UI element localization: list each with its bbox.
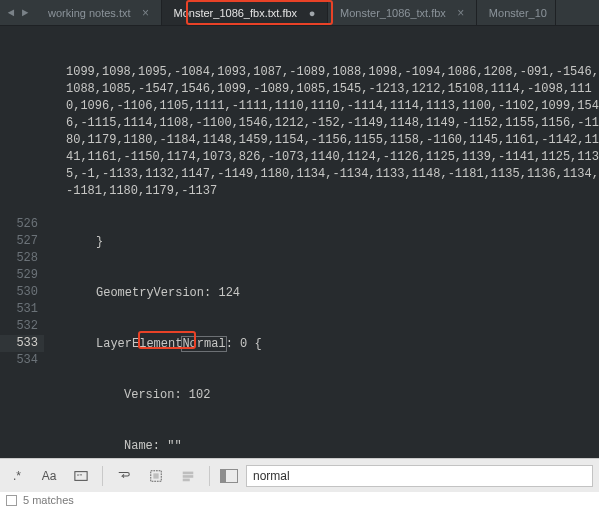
code-line-530: Name: "" (52, 438, 599, 455)
search-input-wrap (220, 465, 593, 487)
line-number-current: 533 (0, 335, 44, 352)
tab-bar: ◄ ► working notes.txt × Monster_1086_fbx… (0, 0, 599, 26)
search-match: Normal (181, 336, 226, 352)
editor: 526 527 528 529 530 531 532 533 534 1099… (0, 26, 599, 458)
code-line-526: } (52, 234, 599, 251)
tab-label: working notes.txt (48, 7, 131, 19)
tab-label: Monster_1086_fbx.txt.fbx (174, 7, 298, 19)
tab-monster-10[interactable]: Monster_10 (477, 0, 556, 25)
status-bar: 5 matches (0, 492, 599, 508)
close-icon[interactable]: × (139, 6, 153, 20)
nav-arrows: ◄ ► (0, 6, 36, 20)
gutter: 526 527 528 529 530 531 532 533 534 (0, 26, 44, 458)
code-line-527: GeometryVersion: 124 (52, 285, 599, 302)
dirty-indicator-icon: ● (305, 7, 319, 19)
tab-label: Monster_10 (489, 7, 547, 19)
highlight-toggle[interactable] (177, 465, 199, 487)
in-selection-toggle[interactable] (145, 465, 167, 487)
line-number: 528 (0, 250, 38, 267)
match-count: 5 matches (23, 494, 74, 506)
code-area[interactable]: 1099,1098,1095,-1084,1093,1087,-1089,108… (44, 26, 599, 458)
tab-monster-txt-fbx[interactable]: Monster_1086_txt.fbx × (328, 0, 477, 25)
svg-rect-4 (183, 471, 194, 474)
back-icon[interactable]: ◄ (4, 6, 18, 20)
svg-rect-6 (183, 478, 190, 481)
regex-toggle[interactable]: .* (6, 465, 28, 487)
wrap-icon (117, 469, 131, 483)
tab-label: Monster_1086_txt.fbx (340, 7, 446, 19)
svg-rect-3 (153, 473, 158, 478)
code-line-529: Version: 102 (52, 387, 599, 404)
wrap-toggle[interactable] (113, 465, 135, 487)
status-checkbox[interactable] (6, 495, 17, 506)
whole-word-icon: “” (74, 469, 88, 483)
vertex-numbers: 1099,1098,1095,-1084,1093,1087,-1089,108… (66, 64, 599, 200)
line-number: 530 (0, 284, 38, 301)
line-number: 532 (0, 318, 38, 335)
whole-word-toggle[interactable]: “” (70, 465, 92, 487)
tab-monster-fbx-txt-fbx[interactable]: Monster_1086_fbx.txt.fbx ● (162, 0, 329, 25)
tabs: working notes.txt × Monster_1086_fbx.txt… (36, 0, 599, 25)
line-number: 529 (0, 267, 38, 284)
line-number: 531 (0, 301, 38, 318)
case-toggle[interactable]: Aa (38, 465, 60, 487)
forward-icon[interactable]: ► (18, 6, 32, 20)
panel-toggle-icon[interactable] (220, 469, 238, 483)
divider (102, 466, 103, 486)
search-input[interactable] (246, 465, 593, 487)
in-selection-icon (149, 469, 163, 483)
search-bar: .* Aa “” (0, 458, 599, 492)
code-line-528: LayerElementNormal: 0 { (52, 336, 599, 353)
svg-text:“”: “” (77, 472, 82, 479)
line-number: 527 (0, 233, 38, 250)
line-number: 526 (0, 216, 38, 233)
tab-working-notes[interactable]: working notes.txt × (36, 0, 162, 25)
svg-rect-5 (183, 475, 194, 478)
divider (209, 466, 210, 486)
highlight-icon (181, 469, 195, 483)
close-icon[interactable]: × (454, 6, 468, 20)
line-number: 534 (0, 352, 38, 369)
